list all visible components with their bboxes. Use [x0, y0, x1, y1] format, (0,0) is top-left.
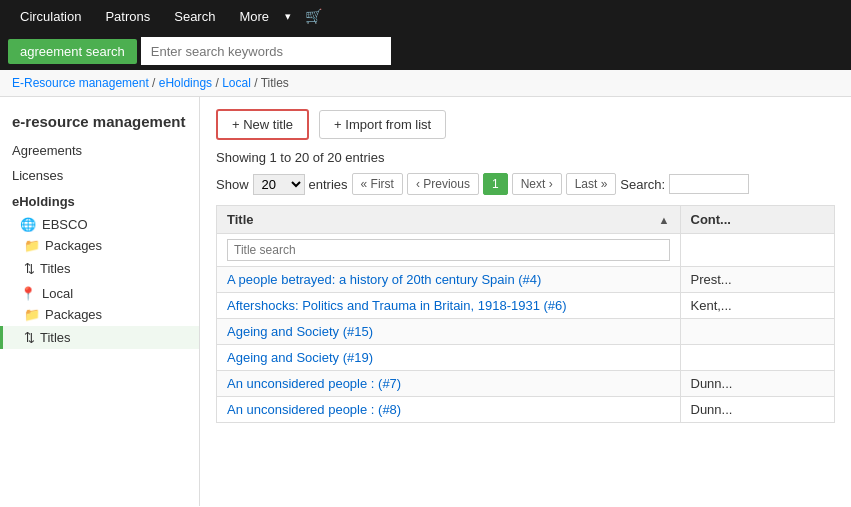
next-page-button[interactable]: Next › — [512, 173, 562, 195]
sidebar-section-eholdings: eHoldings — [0, 188, 199, 211]
current-page: 1 — [483, 173, 508, 195]
breadcrumb: E-Resource management / eHoldings / Loca… — [0, 70, 851, 97]
more-dropdown-arrow[interactable]: ▾ — [281, 4, 295, 29]
sidebar: e-resource management Agreements License… — [0, 97, 200, 506]
title-link-6[interactable]: An unconsidered people : (#8) — [227, 402, 401, 417]
nav-circulation[interactable]: Circulation — [8, 3, 93, 30]
table-row: Ageing and Society (#19) — [217, 345, 835, 371]
sidebar-item-packages-local[interactable]: 📁 Packages — [0, 303, 199, 326]
entries-per-page-select[interactable]: 20 10 50 100 — [253, 174, 305, 195]
cont-column-header: Cont... — [680, 206, 835, 234]
search-label: Search: — [620, 177, 665, 192]
table-row: Ageing and Society (#15) — [217, 319, 835, 345]
import-from-list-button[interactable]: + Import from list — [319, 110, 446, 139]
eholdings-label[interactable]: eHoldings — [12, 194, 75, 209]
agreement-search-button[interactable]: agreement search — [8, 39, 137, 64]
search-filter-row — [217, 234, 835, 267]
results-table: Title ▲ Cont... A people betrayed: a his… — [216, 205, 835, 423]
main-layout: e-resource management Agreements License… — [0, 97, 851, 506]
title-sort-icon[interactable]: ▲ — [659, 214, 670, 226]
sidebar-item-licenses[interactable]: Licenses — [0, 163, 199, 188]
nav-patrons[interactable]: Patrons — [93, 3, 162, 30]
showing-entries-text: Showing 1 to 20 of 20 entries — [216, 150, 835, 165]
sort-local-icon: ⇅ — [24, 330, 35, 345]
title-column-header[interactable]: Title ▲ — [217, 206, 681, 234]
search-input[interactable] — [141, 37, 391, 65]
sidebar-subsection-ebsco: 🌐 EBSCO — [0, 211, 199, 234]
title-link-5[interactable]: An unconsidered people : (#7) — [227, 376, 401, 391]
sidebar-item-titles-ebsco[interactable]: ⇅ Titles — [0, 257, 199, 280]
cont-cell-4 — [680, 345, 835, 371]
breadcrumb-eholdings[interactable]: eHoldings — [159, 76, 212, 90]
title-link-2[interactable]: Aftershocks: Politics and Trauma in Brit… — [227, 298, 567, 313]
show-label: Show — [216, 177, 249, 192]
sidebar-item-packages-ebsco[interactable]: 📁 Packages — [0, 234, 199, 257]
nav-more[interactable]: More — [227, 3, 281, 30]
cont-cell-2: Kent,... — [680, 293, 835, 319]
table-search-input[interactable] — [669, 174, 749, 194]
content-area: + New title + Import from list Showing 1… — [200, 97, 851, 506]
cont-cell-6: Dunn... — [680, 397, 835, 423]
title-search-filter[interactable] — [227, 239, 670, 261]
breadcrumb-current: Titles — [261, 76, 289, 90]
table-row: Aftershocks: Politics and Trauma in Brit… — [217, 293, 835, 319]
title-link-1[interactable]: A people betrayed: a history of 20th cen… — [227, 272, 541, 287]
folder-icon: 📁 — [24, 238, 40, 253]
globe-icon: 🌐 — [20, 217, 36, 232]
pagination-bar: Show 20 10 50 100 entries « First ‹ Prev… — [216, 173, 835, 195]
table-row: An unconsidered people : (#7) Dunn... — [217, 371, 835, 397]
cont-cell-3 — [680, 319, 835, 345]
ebsco-label[interactable]: EBSCO — [42, 217, 88, 232]
local-label[interactable]: Local — [42, 286, 73, 301]
cont-cell-5: Dunn... — [680, 371, 835, 397]
folder-local-icon: 📁 — [24, 307, 40, 322]
first-page-button[interactable]: « First — [352, 173, 403, 195]
breadcrumb-eresource[interactable]: E-Resource management — [12, 76, 149, 90]
sidebar-item-titles-local[interactable]: ⇅ Titles — [0, 326, 199, 349]
breadcrumb-local[interactable]: Local — [222, 76, 251, 90]
entries-label: entries — [309, 177, 348, 192]
sort-icon: ⇅ — [24, 261, 35, 276]
cart-icon[interactable]: 🛒 — [295, 2, 332, 30]
sidebar-item-agreements[interactable]: Agreements — [0, 138, 199, 163]
table-row: An unconsidered people : (#8) Dunn... — [217, 397, 835, 423]
title-link-3[interactable]: Ageing and Society (#15) — [227, 324, 373, 339]
sidebar-subsection-local: 📍 Local — [0, 280, 199, 303]
search-bar: agreement search — [0, 32, 851, 70]
title-link-4[interactable]: Ageing and Society (#19) — [227, 350, 373, 365]
last-page-button[interactable]: Last » — [566, 173, 617, 195]
cont-cell-1: Prest... — [680, 267, 835, 293]
pin-icon: 📍 — [20, 286, 36, 301]
sidebar-title: e-resource management — [0, 109, 199, 138]
nav-search[interactable]: Search — [162, 3, 227, 30]
table-row: A people betrayed: a history of 20th cen… — [217, 267, 835, 293]
top-navigation: Circulation Patrons Search More ▾ 🛒 — [0, 0, 851, 32]
new-title-button[interactable]: + New title — [216, 109, 309, 140]
toolbar: + New title + Import from list — [216, 109, 835, 140]
previous-page-button[interactable]: ‹ Previous — [407, 173, 479, 195]
